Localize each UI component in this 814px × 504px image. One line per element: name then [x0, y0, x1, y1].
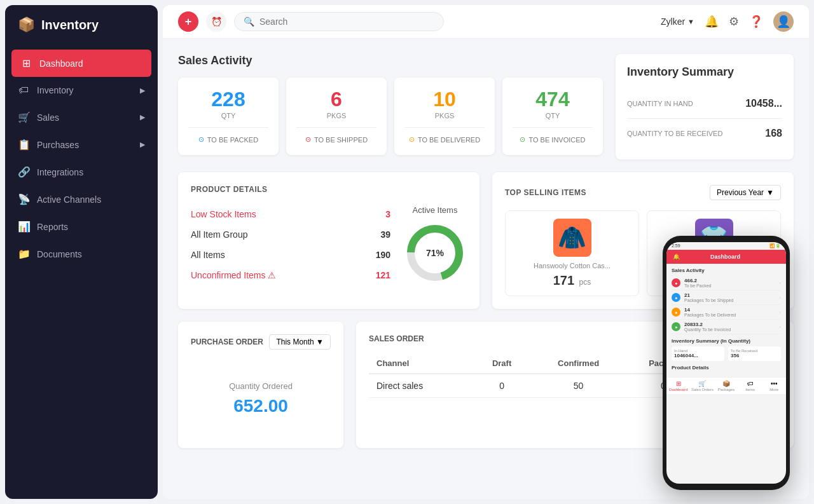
- logo-icon: 📦: [18, 17, 35, 33]
- phone-stat-2: ● 21 Packages To be Shipped ›: [672, 290, 781, 305]
- packed-dot-icon: ⊙: [198, 135, 204, 144]
- top-selling-title: TOP SELLING ITEMS: [505, 188, 586, 197]
- phone-stat-4-label: Quantity To be Invoiced: [684, 327, 775, 332]
- stats-cards: 228 Qty ⊙ TO BE PACKED 6 Pkgs: [178, 78, 603, 155]
- sidebar-item-label: Documents: [37, 249, 82, 259]
- sales-activity-title: Sales Activity: [178, 54, 603, 67]
- phone-bottom-nav: ⊞ Dashboard 🛒 Sales Orders 📦 Packages 🏷 …: [666, 377, 786, 394]
- add-button[interactable]: +: [178, 11, 198, 32]
- inv-in-hand-value: 10458...: [745, 98, 782, 109]
- phone-stat-2-num: 21: [684, 292, 775, 298]
- phone-inv-title: Inventory Summary (In Quantity): [672, 338, 781, 344]
- phone-nav-sales-icon: 🛒: [698, 380, 706, 387]
- pd-row-item-group: All Item Group 39: [191, 224, 390, 245]
- ts-item-1-qty: 171 pcs: [511, 273, 633, 288]
- all-items-value: 190: [376, 250, 390, 260]
- phone-dot-4: ●: [672, 322, 680, 331]
- stat-card-packed: 228 Qty ⊙ TO BE PACKED: [178, 78, 279, 155]
- phone-nav-items[interactable]: 🏷 Items: [738, 380, 762, 392]
- low-stock-value: 3: [385, 209, 390, 219]
- phone-content: Sales Activity ● 466.2 To be Packed › ● …: [666, 264, 786, 377]
- ts-filter-button[interactable]: Previous Year ▼: [710, 185, 781, 200]
- invoiced-unit: Qty: [546, 112, 560, 119]
- active-items-label: Active Items: [413, 205, 458, 215]
- search-input[interactable]: [259, 17, 434, 27]
- search-bar[interactable]: 🔍: [234, 12, 444, 31]
- inventory-summary-title: Inventory Summary: [627, 65, 782, 79]
- phone-sa-title: Sales Activity: [672, 268, 781, 273]
- po-body: Quantity Ordered 652.00: [191, 362, 331, 435]
- ts-header: TOP SELLING ITEMS Previous Year ▼: [505, 185, 781, 200]
- shipped-dot-icon: ⊙: [305, 135, 311, 144]
- sidebar-item-label: Active Channels: [37, 194, 101, 205]
- chevron-down-icon: ▼: [687, 18, 694, 25]
- sidebar: 📦 Inventory ⊞ Dashboard 🏷 Inventory ▶ 🛒 …: [5, 5, 158, 499]
- so-cell-draft: 0: [473, 374, 530, 398]
- purchases-icon: 📋: [18, 139, 29, 151]
- phone-nav-packages[interactable]: 📦 Packages: [714, 380, 738, 392]
- phone-nav-items-icon: 🏷: [747, 380, 754, 387]
- user-avatar[interactable]: 👤: [773, 11, 794, 32]
- sidebar-item-dashboard[interactable]: ⊞ Dashboard: [11, 50, 151, 77]
- shipped-label: ⊙ TO BE SHIPPED: [305, 135, 368, 144]
- product-details-title: PRODUCT DETAILS: [191, 185, 467, 194]
- search-icon: 🔍: [244, 17, 254, 27]
- sidebar-item-inventory[interactable]: 🏷 Inventory ▶: [5, 77, 158, 104]
- packed-label: ⊙ TO BE PACKED: [198, 135, 258, 144]
- phone-nav-dashboard[interactable]: ⊞ Dashboard: [666, 380, 691, 392]
- phone-dot-2: ●: [672, 293, 680, 302]
- phone-nav-sales-orders[interactable]: 🛒 Sales Orders: [691, 380, 715, 392]
- phone-inv-row: In Hand 1046044... To Be Received 356: [672, 346, 781, 361]
- sidebar-item-label: Inventory: [37, 85, 74, 95]
- phone-dot-1: ●: [672, 278, 680, 287]
- phone-pd-title: Product Details: [672, 365, 781, 371]
- sidebar-logo: 📦 Inventory: [5, 5, 158, 44]
- topbar: + ⏰ 🔍 Zylker ▼ 🔔 ⚙ ❓ 👤: [163, 5, 809, 39]
- org-name[interactable]: Zylker ▼: [661, 17, 694, 27]
- phone-header: 🔔 Dashboard: [666, 250, 786, 264]
- item-group-label: All Item Group: [191, 229, 247, 240]
- shipped-unit: Pkgs: [327, 112, 347, 119]
- so-col-confirmed: Confirmed: [531, 353, 626, 374]
- settings-icon[interactable]: ⚙: [729, 15, 739, 29]
- phone-stat-1-num: 466.2: [684, 278, 775, 283]
- phone-stat-2-label: Packages To be Shipped: [684, 298, 775, 303]
- purchase-order-section: PURCHASE ORDER This Month ▼ Quantity Ord…: [178, 322, 343, 448]
- pd-row-low-stock: Low Stock Items 3: [191, 204, 390, 224]
- unconfirmed-value: 121: [376, 270, 390, 280]
- phone-stat-4: ● 20833.2 Quantity To be Invoiced ›: [672, 320, 781, 334]
- inv-in-hand-label: QUANTITY IN HAND: [627, 100, 693, 107]
- donut-chart-container: Active Items 71%: [403, 204, 467, 285]
- reports-icon: 📊: [18, 221, 29, 233]
- chevron-right-icon: ▶: [140, 113, 145, 121]
- donut-chart: 71%: [403, 221, 467, 285]
- item-group-value: 39: [380, 229, 390, 240]
- unconfirmed-label[interactable]: Unconfirmed Items ⚠: [191, 270, 276, 280]
- phone-inv-to-receive: To Be Received 356: [728, 346, 781, 361]
- chevron-right-icon: ›: [779, 280, 781, 286]
- so-cell-confirmed: 50: [531, 374, 626, 398]
- chevron-right-icon: ▶: [140, 140, 145, 149]
- low-stock-label[interactable]: Low Stock Items: [191, 209, 256, 219]
- phone-stat-1: ● 466.2 To be Packed ›: [672, 276, 781, 290]
- notification-icon[interactable]: 🔔: [705, 15, 719, 29]
- invoiced-number: 474: [535, 89, 569, 109]
- stat-card-delivered: 10 Pkgs ⊙ TO BE DELIVERED: [394, 78, 495, 155]
- chevron-right-icon: ›: [779, 310, 781, 315]
- sidebar-item-label: Purchases: [37, 140, 79, 150]
- po-filter-button[interactable]: This Month ▼: [269, 334, 331, 350]
- sidebar-item-documents[interactable]: 📁 Documents: [5, 240, 158, 268]
- sidebar-item-reports[interactable]: 📊 Reports: [5, 213, 158, 240]
- sidebar-item-purchases[interactable]: 📋 Purchases ▶: [5, 131, 158, 158]
- phone-stat-4-num: 20833.2: [684, 322, 775, 327]
- delivered-dot-icon: ⊙: [409, 135, 415, 144]
- history-button[interactable]: ⏰: [206, 11, 226, 32]
- sidebar-navigation: ⊞ Dashboard 🏷 Inventory ▶ 🛒 Sales ▶ 📋 Pu…: [5, 44, 158, 499]
- sidebar-item-sales[interactable]: 🛒 Sales ▶: [5, 104, 158, 131]
- sidebar-item-integrations[interactable]: 🔗 Integrations: [5, 158, 158, 186]
- stat-card-invoiced: 474 Qty ⊙ TO BE INVOICED: [502, 78, 603, 155]
- ts-item-1: 🧥 Hanswooly Cotton Cas... 171 pcs: [505, 210, 639, 296]
- help-icon[interactable]: ❓: [749, 15, 763, 29]
- phone-nav-more[interactable]: ••• More: [762, 380, 786, 392]
- sidebar-item-active-channels[interactable]: 📡 Active Channels: [5, 186, 158, 213]
